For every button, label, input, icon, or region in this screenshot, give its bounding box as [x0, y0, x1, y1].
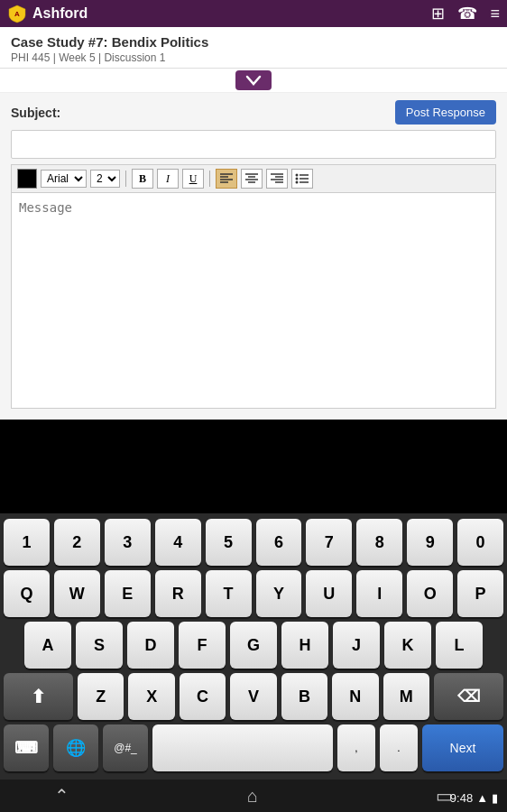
contact-icon[interactable]: ☎	[457, 4, 477, 23]
keyboard-row-numbers: 1 2 3 4 5 6 7 8 9 0	[4, 519, 503, 566]
key-y[interactable]: Y	[256, 570, 302, 617]
toolbar-separator-2	[209, 171, 210, 187]
key-k[interactable]: K	[384, 622, 431, 669]
course-meta: PHI 445 | Week 5 | Discussion 1	[11, 51, 496, 64]
keyboard-row-bottom: ⌨ 🌐 @#_ , . Next	[4, 724, 503, 771]
message-area[interactable]	[11, 192, 496, 409]
home-nav-icon[interactable]: ⌂	[247, 786, 258, 807]
back-nav-icon[interactable]: ⌃	[54, 785, 69, 807]
keyboard: 1 2 3 4 5 6 7 8 9 0 Q W E R T Y U I O P …	[0, 513, 507, 780]
key-1[interactable]: 1	[4, 519, 50, 566]
backspace-key[interactable]: ⌫	[434, 673, 503, 720]
content-area: Subject: Post Response Arial 2 B I U	[0, 93, 507, 420]
underline-button[interactable]: U	[182, 169, 204, 189]
subject-row: Subject: Post Response	[11, 100, 496, 125]
key-9[interactable]: 9	[407, 519, 453, 566]
italic-button[interactable]: I	[157, 169, 179, 189]
key-s[interactable]: S	[76, 622, 123, 669]
key-c[interactable]: C	[180, 673, 226, 720]
key-n[interactable]: N	[332, 673, 378, 720]
key-o[interactable]: O	[407, 570, 453, 617]
color-swatch[interactable]	[17, 169, 37, 189]
app-logo-icon: A	[7, 4, 27, 23]
key-4[interactable]: 4	[155, 519, 201, 566]
system-status: 9:48 ▲ ▮	[450, 791, 498, 805]
key-x[interactable]: X	[128, 673, 174, 720]
comma-key[interactable]: ,	[337, 724, 375, 771]
key-m[interactable]: M	[383, 673, 429, 720]
key-u[interactable]: U	[306, 570, 352, 617]
keyboard-row-z: ⬆ Z X C V B N M ⌫	[4, 673, 503, 720]
key-e[interactable]: E	[105, 570, 151, 617]
align-center-button[interactable]	[241, 169, 263, 189]
align-right-button[interactable]	[266, 169, 288, 189]
toolbar-separator-1	[125, 171, 126, 187]
battery-icon: ▮	[492, 791, 498, 805]
app-title: Ashford	[32, 5, 88, 22]
keyboard-row-a: A S D F G H J K L	[4, 622, 503, 669]
key-8[interactable]: 8	[356, 519, 402, 566]
space-key[interactable]	[152, 724, 333, 771]
symbol-key[interactable]: @#_	[103, 724, 148, 771]
key-h[interactable]: H	[281, 622, 328, 669]
globe-key[interactable]: 🌐	[53, 724, 98, 771]
next-key[interactable]: Next	[422, 724, 503, 771]
grid-icon[interactable]: ⊞	[431, 4, 445, 23]
key-z[interactable]: Z	[78, 673, 124, 720]
keyboard-type-key[interactable]: ⌨	[4, 724, 49, 771]
svg-point-14	[296, 178, 299, 180]
header-icons: ⊞ ☎ ≡	[431, 4, 500, 23]
wifi-icon: ▲	[476, 791, 488, 805]
key-d[interactable]: D	[127, 622, 174, 669]
key-i[interactable]: I	[356, 570, 402, 617]
scroll-indicator	[0, 69, 507, 93]
key-2[interactable]: 2	[54, 519, 100, 566]
list-button[interactable]	[291, 169, 313, 189]
key-6[interactable]: 6	[256, 519, 302, 566]
subject-input[interactable]	[11, 130, 496, 159]
app-header: A Ashford ⊞ ☎ ≡	[0, 0, 507, 27]
font-size-select[interactable]: 2	[90, 170, 120, 188]
svg-text:A: A	[14, 10, 20, 18]
breadcrumb: Case Study #7: Bendix Politics PHI 445 |…	[0, 27, 507, 69]
key-v[interactable]: V	[230, 673, 276, 720]
key-p[interactable]: P	[457, 570, 503, 617]
key-0[interactable]: 0	[457, 519, 503, 566]
course-title: Case Study #7: Bendix Politics	[11, 34, 496, 50]
period-key[interactable]: .	[380, 724, 418, 771]
key-r[interactable]: R	[155, 570, 201, 617]
key-t[interactable]: T	[206, 570, 252, 617]
subject-label: Subject:	[11, 106, 60, 120]
key-l[interactable]: L	[436, 622, 483, 669]
svg-point-13	[296, 174, 299, 177]
key-g[interactable]: G	[230, 622, 277, 669]
editor-toolbar: Arial 2 B I U	[11, 164, 496, 192]
key-j[interactable]: J	[333, 622, 380, 669]
svg-point-15	[296, 181, 299, 184]
time-display: 9:48	[450, 791, 473, 805]
font-family-select[interactable]: Arial	[41, 170, 87, 188]
key-3[interactable]: 3	[105, 519, 151, 566]
align-left-button[interactable]	[216, 169, 237, 189]
key-5[interactable]: 5	[206, 519, 252, 566]
bottom-nav: ⌃ ⌂ ▭	[0, 780, 507, 812]
key-w[interactable]: W	[54, 570, 100, 617]
key-7[interactable]: 7	[306, 519, 352, 566]
bold-button[interactable]: B	[132, 169, 153, 189]
shift-key[interactable]: ⬆	[4, 673, 73, 720]
key-a[interactable]: A	[24, 622, 71, 669]
keyboard-row-q: Q W E R T Y U I O P	[4, 570, 503, 617]
menu-icon[interactable]: ≡	[490, 5, 500, 23]
post-response-button[interactable]: Post Response	[395, 100, 496, 125]
scroll-down-button[interactable]	[235, 70, 272, 90]
key-f[interactable]: F	[179, 622, 226, 669]
key-q[interactable]: Q	[4, 570, 50, 617]
key-b[interactable]: B	[281, 673, 327, 720]
